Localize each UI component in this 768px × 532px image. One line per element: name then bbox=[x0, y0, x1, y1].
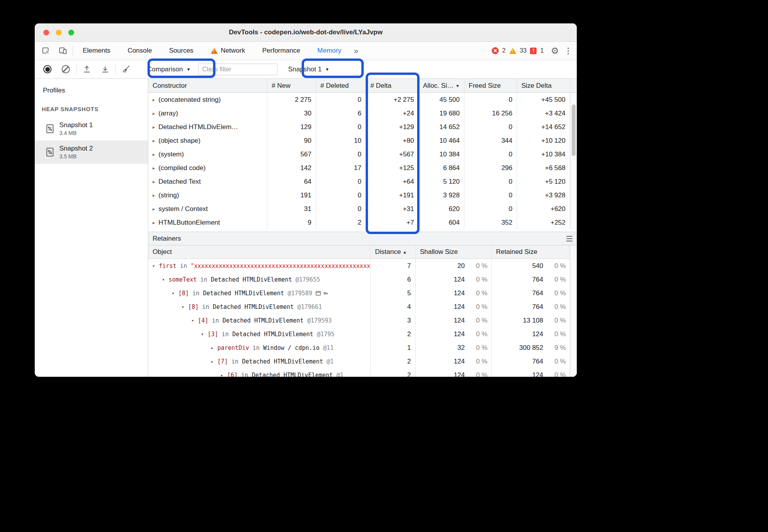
issues-icon[interactable]: ! bbox=[530, 48, 537, 54]
error-count[interactable]: 2 bbox=[502, 47, 506, 54]
save-profile-button[interactable] bbox=[96, 65, 114, 74]
tab-memory[interactable]: Memory bbox=[309, 42, 350, 60]
column-header-object[interactable]: Object bbox=[148, 245, 371, 259]
clear-profiles-button[interactable] bbox=[57, 65, 75, 73]
collapse-icon[interactable] bbox=[191, 318, 198, 323]
frame-icon[interactable] bbox=[315, 291, 321, 296]
zoom-window-button[interactable] bbox=[68, 30, 74, 35]
expand-icon[interactable] bbox=[153, 152, 158, 157]
column-header-deleted[interactable]: # Deleted bbox=[316, 79, 366, 92]
expand-icon[interactable] bbox=[211, 345, 217, 351]
table-row[interactable]: (object shape) 90 10 +80 10 464 344 +10 … bbox=[148, 134, 577, 147]
base-snapshot-select[interactable]: Snapshot 1 ▾ bbox=[285, 60, 332, 78]
retainer-row[interactable]: [4] in Detached HTMLDivElement @179593 3… bbox=[148, 314, 577, 327]
table-row[interactable]: Detached Text 64 0 +64 5 120 0 +5 120 bbox=[148, 175, 577, 188]
table-row[interactable]: Detached HTMLDivElem… 129 0 +129 14 652 … bbox=[148, 120, 577, 134]
retainers-scrollbar bbox=[570, 245, 577, 377]
deleted-cell: 0 bbox=[316, 120, 366, 134]
retainer-row[interactable]: [3] in Detached HTMLDivElement @1795 2 1… bbox=[148, 327, 577, 341]
expand-icon[interactable] bbox=[153, 124, 158, 130]
sidebar-item-snapshot-1[interactable]: Snapshot 1 3.4 MB bbox=[35, 117, 148, 140]
retainer-row[interactable]: someText in Detached HTMLDivElement @179… bbox=[148, 273, 577, 286]
expand-icon[interactable] bbox=[153, 220, 158, 225]
expand-icon[interactable] bbox=[153, 179, 158, 184]
collapse-icon[interactable] bbox=[172, 291, 178, 296]
key-icon[interactable] bbox=[323, 291, 329, 296]
collapse-icon[interactable] bbox=[162, 277, 169, 282]
tab-elements[interactable]: Elements bbox=[74, 42, 119, 60]
column-header-alloc-size[interactable]: Alloc. Si…▾ bbox=[419, 79, 464, 92]
tab-network[interactable]: ! Network bbox=[202, 42, 254, 60]
column-header-size-delta[interactable]: Size Delta bbox=[517, 79, 570, 92]
new-cell: 567 bbox=[267, 147, 316, 161]
minimize-window-button[interactable] bbox=[56, 30, 62, 35]
inspect-cursor-icon bbox=[41, 46, 50, 55]
deleted-cell: 17 bbox=[316, 161, 366, 175]
column-header-shallow-size[interactable]: Shallow Size bbox=[416, 245, 492, 259]
retainer-row[interactable]: [8] in Detached HTMLDivElement @179589 5… bbox=[148, 286, 577, 300]
retained-size-cell: 1240 % bbox=[492, 327, 570, 341]
column-header-constructor[interactable]: Constructor bbox=[148, 79, 267, 92]
constructor-name: (object shape) bbox=[158, 137, 201, 145]
collapse-icon[interactable] bbox=[181, 304, 188, 310]
settings-button[interactable]: ⚙ bbox=[547, 42, 563, 60]
column-header-retained-size[interactable]: Retained Size bbox=[492, 245, 570, 259]
table-row[interactable]: (string) 191 0 +191 3 928 0 +3 928 bbox=[148, 188, 577, 202]
hamburger-menu-icon[interactable] bbox=[566, 236, 572, 241]
expand-icon[interactable] bbox=[153, 97, 158, 103]
expand-icon[interactable] bbox=[220, 372, 227, 377]
column-header-freed-size[interactable]: Freed Size bbox=[464, 79, 517, 92]
record-heap-snapshot-button[interactable] bbox=[38, 65, 57, 73]
object-id: @11 bbox=[323, 344, 334, 351]
column-header-distance[interactable]: Distance▴ bbox=[371, 245, 416, 259]
customize-devtools-button[interactable]: ⋮ bbox=[563, 42, 577, 60]
expand-icon[interactable] bbox=[153, 138, 158, 144]
expand-icon[interactable] bbox=[211, 359, 217, 364]
table-row[interactable]: HTMLButtonElement 9 2 +7 604 352 +252 bbox=[148, 216, 577, 229]
retainer-row[interactable]: parentDiv in Window / cdpn.io @11 1 320 … bbox=[148, 341, 577, 355]
table-row[interactable]: system / Context 31 0 +31 620 0 +620 bbox=[148, 202, 577, 216]
expand-icon[interactable] bbox=[153, 165, 158, 171]
column-header-delta[interactable]: # Delta bbox=[366, 79, 419, 92]
scrollbar-thumb[interactable] bbox=[572, 105, 576, 156]
class-filter-input[interactable] bbox=[198, 64, 277, 75]
tab-label: Elements bbox=[83, 47, 110, 55]
size-delta-cell: +620 bbox=[517, 202, 570, 216]
more-tabs-button[interactable]: » bbox=[350, 42, 362, 60]
constructor-cell: (compiled code) bbox=[148, 161, 267, 175]
load-profile-button[interactable] bbox=[78, 65, 96, 74]
tab-performance[interactable]: Performance bbox=[254, 42, 309, 60]
table-row[interactable]: (compiled code) 142 17 +125 6 864 296 +6… bbox=[148, 161, 577, 175]
freed-size-cell: 0 bbox=[464, 175, 517, 188]
expand-icon[interactable] bbox=[153, 193, 158, 198]
retainer-row[interactable]: [8] in Detached HTMLDivElement @179661 4… bbox=[148, 300, 577, 314]
expand-icon[interactable] bbox=[153, 111, 158, 116]
retainer-row[interactable]: [7] in Detached HTMLDivElement @1 2 1240… bbox=[148, 355, 577, 368]
table-row[interactable]: (array) 30 6 +24 19 680 16 256 +3 424 bbox=[148, 106, 577, 120]
warning-icon[interactable]: ! bbox=[509, 48, 516, 54]
tab-console[interactable]: Console bbox=[119, 42, 160, 60]
collapse-icon[interactable] bbox=[201, 332, 208, 337]
column-header-new[interactable]: # New bbox=[267, 79, 316, 92]
retainer-row[interactable]: [6] in Detached HTMLDivElement @1 2 1240… bbox=[148, 368, 577, 377]
table-row[interactable]: (concatenated string) 2 275 0 +2 275 45 … bbox=[148, 93, 577, 106]
perspective-select[interactable]: Comparison ▾ bbox=[144, 60, 193, 78]
warning-count[interactable]: 33 bbox=[520, 47, 527, 54]
table-row[interactable]: (system) 567 0 +567 10 384 0 +10 384 bbox=[148, 147, 577, 161]
sidebar-item-snapshot-2[interactable]: Snapshot 2 3.5 MB bbox=[35, 140, 148, 164]
clear-all-button[interactable] bbox=[117, 65, 135, 74]
new-cell: 2 275 bbox=[267, 93, 316, 106]
error-icon[interactable] bbox=[492, 47, 499, 54]
retainer-row[interactable]: first in "xxxxxxxxxxxxxxxxxxxxxxxxxxxxxx… bbox=[148, 259, 577, 273]
expand-icon[interactable] bbox=[153, 206, 158, 212]
issues-count[interactable]: 1 bbox=[540, 47, 544, 54]
tab-sources[interactable]: Sources bbox=[160, 42, 202, 60]
new-cell: 191 bbox=[267, 188, 316, 202]
collapse-icon[interactable] bbox=[152, 263, 159, 269]
inspect-element-button[interactable] bbox=[37, 42, 54, 60]
object-name: Detached HTMLDivElement bbox=[203, 290, 284, 297]
distance-cell: 2 bbox=[371, 368, 416, 377]
toggle-device-toolbar-button[interactable] bbox=[54, 42, 71, 60]
object-name: Detached HTMLDivElement bbox=[242, 358, 323, 365]
close-window-button[interactable] bbox=[43, 30, 49, 35]
